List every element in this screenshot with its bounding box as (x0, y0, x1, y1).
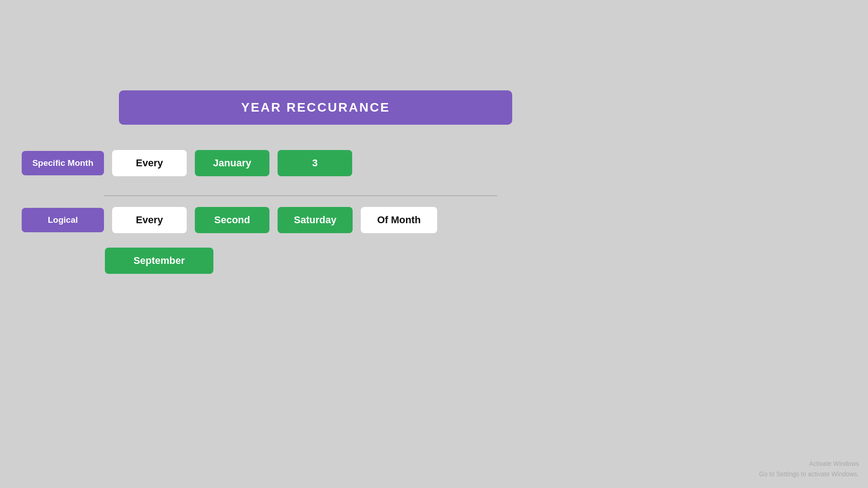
section-divider (104, 195, 497, 196)
header-title: YEAR RECCURANCE (241, 100, 390, 114)
day-3-button[interactable]: 3 (278, 150, 352, 176)
specific-month-label: Specific Month (22, 151, 104, 175)
header-bar: YEAR RECCURANCE (119, 90, 512, 125)
every-button-1[interactable]: Every (112, 150, 187, 176)
activate-windows-notice: Activate Windows Go to Settings to activ… (759, 459, 859, 479)
logical-label: Logical (22, 208, 104, 232)
every-button-2[interactable]: Every (112, 207, 187, 233)
second-button[interactable]: Second (195, 207, 269, 233)
september-button[interactable]: September (105, 248, 213, 274)
saturday-button[interactable]: Saturday (278, 207, 353, 233)
of-month-button[interactable]: Of Month (361, 207, 437, 233)
january-button[interactable]: January (195, 150, 269, 176)
